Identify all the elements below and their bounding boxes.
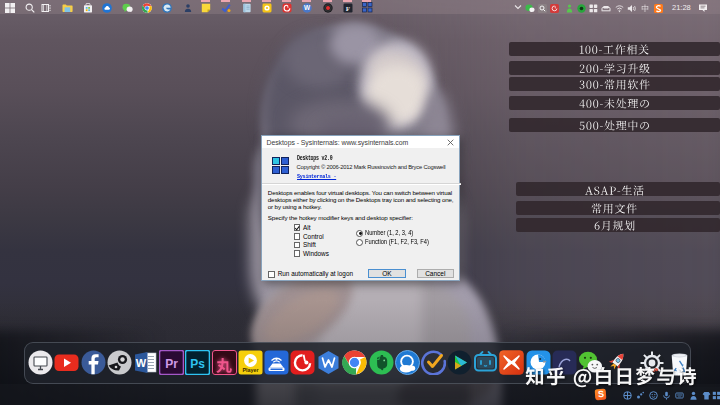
svg-text:W: W [136, 357, 147, 369]
svg-text:Player: Player [242, 367, 259, 373]
svg-text:F: F [345, 4, 349, 12]
svg-text:Pr: Pr [165, 357, 178, 371]
svg-text:W: W [304, 4, 311, 11]
svg-text:Ps: Ps [190, 357, 205, 371]
